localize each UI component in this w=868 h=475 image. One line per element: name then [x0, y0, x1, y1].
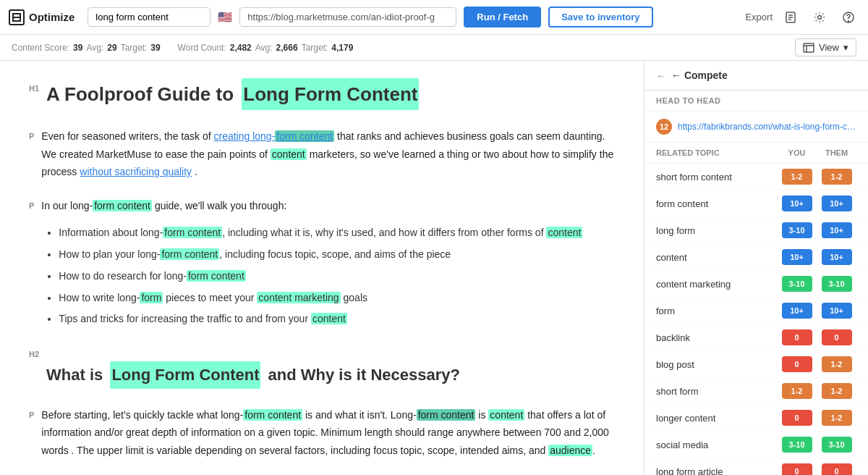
view-chevron-icon: ▾	[843, 42, 848, 53]
you-col: 10+	[777, 249, 817, 265]
list-item: How to write long-form pieces to meet yo…	[59, 290, 615, 307]
sidebar-header: ← ← Compete	[644, 61, 868, 91]
you-col: 3-10	[777, 437, 817, 453]
sidebar: ← ← Compete HEAD TO HEAD 12 https://fabr…	[644, 61, 868, 475]
word-target-val: 4,179	[331, 43, 353, 53]
topic-row: social media 3-10 3-10	[644, 432, 868, 458]
word-avg-val: 2,666	[276, 43, 298, 53]
document-icon-button[interactable]	[780, 7, 801, 28]
h1-highlight: Long Form Content	[242, 78, 419, 110]
you-badge: 1-2	[782, 383, 812, 399]
you-badge: 1-2	[782, 169, 812, 185]
view-button[interactable]: View ▾	[795, 38, 856, 56]
settings-icon-button[interactable]	[809, 7, 830, 28]
you-col: 3-10	[777, 222, 817, 238]
editor-area[interactable]: H1 A Foolproof Guide to Long Form Conten…	[0, 61, 644, 475]
them-col: 1-2	[817, 169, 856, 185]
flag-icon: 🇺🇸	[218, 10, 232, 24]
p2-block: P In our long-form content guide, we'll …	[29, 197, 615, 338]
h2-suffix: and Why is it Necessary?	[263, 361, 459, 388]
topic-row: blog post 0 1-2	[644, 351, 868, 378]
topic-name: content	[656, 252, 777, 263]
audience-hl: audience	[548, 445, 592, 456]
you-badge: 3-10	[782, 276, 812, 292]
target-val: 39	[150, 43, 160, 53]
fc-hl5: form content	[187, 270, 246, 282]
topic-row: form content 10+ 10+	[644, 190, 868, 217]
avg-val: 29	[107, 43, 116, 53]
them-col: 10+	[817, 303, 856, 319]
cm-hl1: content marketing	[257, 292, 340, 303]
h2-block: H2 What is Long Form Content and Why is …	[29, 344, 615, 400]
topic-name: longer content	[656, 413, 777, 424]
col-you-label: YOU	[777, 148, 817, 157]
h2-prefix: What is	[46, 361, 107, 388]
list-item: Tips and tricks for increasing the traff…	[59, 311, 615, 328]
topic-row: long form 3-10 10+	[644, 217, 868, 244]
them-col: 3-10	[817, 437, 856, 453]
competitor-score-badge: 12	[656, 119, 672, 135]
p3-content: Before starting, let's quickly tackle wh…	[41, 406, 615, 470]
p3-block: P Before starting, let's quickly tackle …	[29, 406, 615, 470]
topic-name: form	[656, 306, 777, 316]
topic-name: blog post	[656, 359, 777, 370]
topic-name: long form article	[656, 466, 777, 476]
topic-row: backlink 0 0	[644, 324, 868, 351]
content-hl2: content	[546, 227, 582, 238]
topic-name: long form	[656, 225, 777, 236]
p2-paragraph: In our long-form content guide, we'll wa…	[41, 197, 615, 215]
quality-link[interactable]: without sacrificing quality	[80, 166, 192, 177]
them-badge: 1-2	[822, 169, 852, 185]
you-col: 0	[777, 329, 817, 345]
topic-row: form 10+ 10+	[644, 298, 868, 324]
topic-row: short form 1-2 1-2	[644, 378, 868, 405]
them-badge: 10+	[822, 222, 852, 238]
list-item: How to plan your long-form content, incl…	[59, 246, 615, 264]
creating-link[interactable]: creating long-form content	[213, 130, 334, 142]
svg-point-6	[818, 15, 822, 19]
you-col: 10+	[777, 303, 817, 319]
you-col: 10+	[777, 196, 817, 211]
back-arrow-icon[interactable]: ←	[656, 70, 665, 81]
them-badge: 10+	[822, 249, 852, 265]
form-content-hl1: form content	[275, 130, 334, 142]
topic-rows: short form content 1-2 1-2 form content …	[644, 164, 868, 475]
p3-paragraph: Before starting, let's quickly tackle wh…	[41, 406, 615, 460]
them-badge: 0	[822, 463, 852, 475]
h2-heading: What is Long Form Content and Why is it …	[46, 361, 615, 388]
you-col: 0	[777, 356, 817, 372]
you-col: 0	[777, 410, 817, 426]
competitor-url-link[interactable]: https://fabrikbrands.com/what-is-long-fo…	[678, 122, 856, 132]
content-score-label: Content Score:	[12, 43, 69, 53]
logo-label: Optimize	[29, 11, 75, 23]
form-hl1: form	[140, 292, 163, 303]
them-badge: 10+	[822, 303, 852, 319]
you-badge: 3-10	[782, 437, 812, 453]
you-badge: 10+	[782, 303, 812, 319]
them-badge: 3-10	[822, 437, 852, 453]
svg-point-8	[848, 20, 849, 21]
you-badge: 0	[782, 410, 812, 426]
save-inventory-button[interactable]: Save to inventory	[548, 7, 652, 28]
url-input[interactable]	[239, 7, 456, 27]
word-count-item: Word Count: 2,482 Avg: 2,666 Target: 4,1…	[178, 43, 354, 53]
you-col: 1-2	[777, 169, 817, 185]
content-hl3: content	[311, 313, 347, 324]
content-score-item: Content Score: 39 Avg: 29 Target: 39	[12, 43, 161, 53]
topic-name: social media	[656, 440, 777, 450]
h1-content: A Foolproof Guide to Long Form Content	[46, 78, 615, 122]
help-icon-button[interactable]	[838, 7, 859, 28]
them-badge: 3-10	[822, 276, 852, 292]
them-col: 10+	[817, 222, 856, 238]
p2-tag: P	[29, 199, 34, 213]
them-badge: 10+	[822, 196, 852, 211]
word-avg-label: Avg:	[255, 43, 273, 53]
topic-row: longer content 0 1-2	[644, 405, 868, 432]
export-button[interactable]: Export	[745, 12, 773, 22]
fc-hl7: form content	[417, 409, 476, 421]
list-item: How to do research for long-form content	[59, 268, 615, 285]
topbar: Optimize 🇺🇸 Run / Fetch Save to inventor…	[0, 0, 868, 35]
run-fetch-button[interactable]: Run / Fetch	[464, 7, 541, 28]
keyword-input[interactable]	[88, 7, 210, 27]
h2-content: What is Long Form Content and Why is it …	[46, 344, 615, 400]
